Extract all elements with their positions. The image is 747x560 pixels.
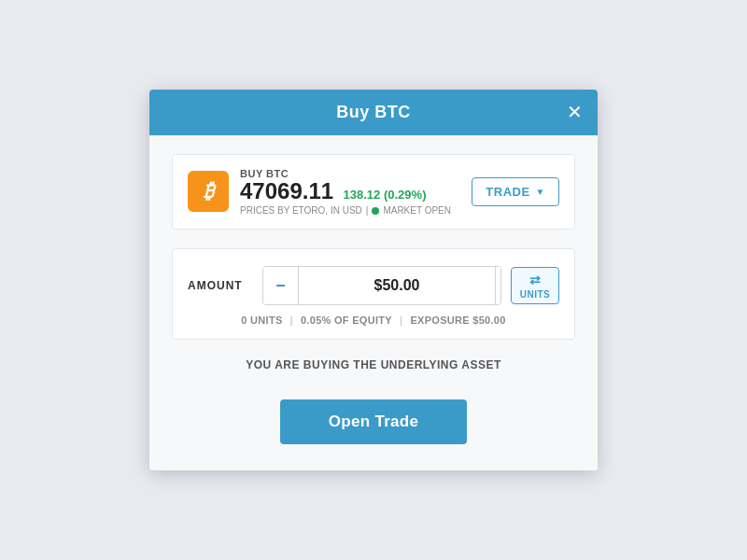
btc-icon: ₿ xyxy=(188,171,229,212)
equity-value: 0.05% OF EQUITY xyxy=(301,315,392,326)
divider-1: | xyxy=(290,315,293,326)
decrease-amount-button[interactable]: − xyxy=(263,267,299,304)
asset-meta: PRICES BY ETORO, IN USD | MARKET OPEN xyxy=(240,205,451,216)
swap-icon: ⇄ xyxy=(529,273,541,287)
amount-sub-info: 0 UNITS | 0.05% OF EQUITY | EXPOSURE $50… xyxy=(188,315,559,326)
exposure-value: EXPOSURE $50.00 xyxy=(410,315,505,326)
chevron-down-icon: ▼ xyxy=(536,187,545,197)
asset-info: ₿ BUY BTC 47069.11 138.12 (0.29%) PRICES… xyxy=(188,168,451,216)
modal-body: ₿ BUY BTC 47069.11 138.12 (0.29%) PRICES… xyxy=(149,135,598,470)
units-value: 0 UNITS xyxy=(241,315,282,326)
separator: | xyxy=(366,205,369,216)
trade-dropdown-label: TRADE xyxy=(486,185,529,199)
modal-header: Buy BTC ✕ xyxy=(149,90,598,135)
amount-section: AMOUNT − + ⇄ UNITS 0 UNITS | 0.05% OF EQ… xyxy=(172,248,575,340)
trade-dropdown-button[interactable]: TRADE ▼ xyxy=(472,177,559,206)
close-button[interactable]: ✕ xyxy=(567,103,583,121)
asset-row: ₿ BUY BTC 47069.11 138.12 (0.29%) PRICES… xyxy=(172,154,575,230)
divider-2: | xyxy=(400,315,402,326)
asset-meta-prices: PRICES BY ETORO, IN USD xyxy=(240,205,362,216)
asset-price-row: 47069.11 138.12 (0.29%) xyxy=(240,179,451,203)
amount-input[interactable] xyxy=(299,270,495,301)
asset-meta-market: MARKET OPEN xyxy=(383,205,451,216)
market-open-dot xyxy=(372,207,379,215)
btc-symbol: ₿ xyxy=(204,179,214,203)
amount-label: AMOUNT xyxy=(188,279,253,292)
asset-change: 138.12 (0.29%) xyxy=(344,188,427,202)
increase-amount-button[interactable]: + xyxy=(495,267,501,304)
units-toggle-label: UNITS xyxy=(520,289,551,300)
buy-btc-modal: Buy BTC ✕ ₿ BUY BTC 47069.11 138.12 (0.2… xyxy=(149,90,598,470)
underlying-asset-message: YOU ARE BUYING THE UNDERLYING ASSET xyxy=(172,358,575,371)
amount-row: AMOUNT − + ⇄ UNITS xyxy=(188,266,559,305)
asset-details: BUY BTC 47069.11 138.12 (0.29%) PRICES B… xyxy=(240,168,451,216)
units-toggle-button[interactable]: ⇄ UNITS xyxy=(511,267,559,304)
asset-price: 47069.11 xyxy=(240,178,333,203)
open-trade-button[interactable]: Open Trade xyxy=(280,399,467,444)
modal-title: Buy BTC xyxy=(336,103,411,122)
amount-controls: − + xyxy=(262,266,501,305)
